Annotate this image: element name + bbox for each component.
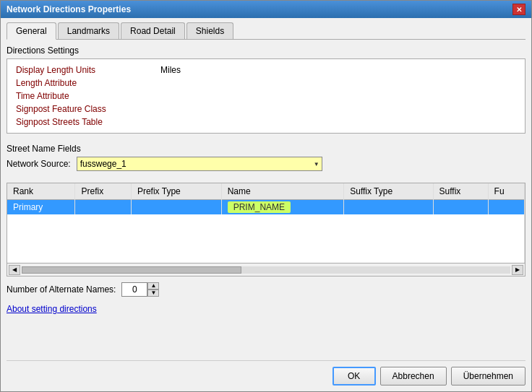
settings-value <box>156 77 520 90</box>
settings-table: Display Length UnitsMilesLength Attribut… <box>12 64 520 129</box>
cell-name: PRIM_NAME <box>221 200 344 214</box>
col-prefix-type: Prefix Type <box>131 183 221 200</box>
settings-key: Signpost Streets Table <box>12 116 156 129</box>
name-table-container: Rank Prefix Prefix Type Name Suffix Type… <box>7 183 525 276</box>
tabs-bar: General Landmarks Road Detail Shields <box>7 22 525 40</box>
street-name-section: Street Name Fields Network Source: fussw… <box>7 144 525 177</box>
table-scroll-area: Rank Prefix Prefix Type Name Suffix Type… <box>7 183 525 263</box>
settings-key: Signpost Feature Class <box>12 103 156 116</box>
settings-value <box>156 90 520 103</box>
col-name: Name <box>221 183 344 200</box>
cell-prefix <box>75 200 131 214</box>
window-title: Network Directions Properties <box>7 4 131 14</box>
alternate-names-input[interactable] <box>121 282 147 297</box>
spinbox-buttons: ▲ ▼ <box>147 282 159 297</box>
prim-name-badge: PRIM_NAME <box>228 201 291 213</box>
tab-shields[interactable]: Shields <box>186 22 233 39</box>
table-row-empty-3[interactable] <box>7 243 525 258</box>
scroll-right-button[interactable]: ▶ <box>512 265 523 275</box>
cell-prefix-type <box>131 200 221 214</box>
close-button[interactable]: ✕ <box>512 4 525 15</box>
horizontal-scrollbar: ◀ ▶ <box>7 263 525 276</box>
ok-button[interactable]: OK <box>332 367 376 386</box>
col-fu: Fu <box>488 183 524 200</box>
cancel-button[interactable]: Abbrechen <box>380 367 447 386</box>
settings-value <box>156 116 520 129</box>
alternate-names-row: Number of Alternate Names: ▲ ▼ <box>7 282 525 297</box>
tab-landmarks[interactable]: Landmarks <box>58 22 119 39</box>
scroll-track[interactable] <box>22 266 510 274</box>
street-name-label: Street Name Fields <box>7 144 525 154</box>
col-rank: Rank <box>7 183 75 200</box>
bottom-buttons: OK Abbrechen Übernehmen <box>7 360 525 386</box>
tab-general[interactable]: General <box>7 22 56 40</box>
table-row-empty-1[interactable] <box>7 214 525 229</box>
main-content: General Landmarks Road Detail Shields Di… <box>1 18 531 391</box>
col-suffix-type: Suffix Type <box>344 183 433 200</box>
col-prefix: Prefix <box>75 183 131 200</box>
settings-key: Time Attribute <box>12 90 156 103</box>
table-row-empty-4[interactable] <box>7 258 525 263</box>
cell-suffix-type <box>344 200 433 214</box>
spinbox: ▲ ▼ <box>121 282 159 297</box>
directions-settings-label: Directions Settings <box>7 45 525 56</box>
settings-key: Length Attribute <box>12 77 156 90</box>
network-source-row: Network Source: fusswege_1 <box>7 157 525 171</box>
settings-value: Miles <box>156 64 520 77</box>
table-row[interactable]: Primary PRIM_NAME <box>7 200 525 214</box>
window: Network Directions Properties ✕ General … <box>0 0 532 392</box>
spinbox-down-button[interactable]: ▼ <box>147 289 159 297</box>
title-bar-controls: ✕ <box>512 4 525 15</box>
apply-button[interactable]: Übernehmen <box>451 367 525 386</box>
table-row-empty-2[interactable] <box>7 229 525 243</box>
settings-row: Display Length UnitsMiles <box>12 64 520 77</box>
settings-value <box>156 103 520 116</box>
tab-road-detail[interactable]: Road Detail <box>121 22 185 39</box>
cell-suffix <box>433 200 488 214</box>
scroll-thumb[interactable] <box>22 266 241 274</box>
settings-row: Signpost Streets Table <box>12 116 520 129</box>
settings-row: Length Attribute <box>12 77 520 90</box>
network-source-select[interactable]: fusswege_1 <box>77 157 322 171</box>
spinbox-up-button[interactable]: ▲ <box>147 282 159 289</box>
network-source-select-wrapper[interactable]: fusswege_1 <box>77 157 322 171</box>
scroll-left-button[interactable]: ◀ <box>9 265 20 275</box>
name-table: Rank Prefix Prefix Type Name Suffix Type… <box>7 183 525 263</box>
title-bar: Network Directions Properties ✕ <box>1 1 531 18</box>
cell-rank: Primary <box>7 200 75 214</box>
settings-key: Display Length Units <box>12 64 156 77</box>
settings-row: Signpost Feature Class <box>12 103 520 116</box>
network-source-label: Network Source: <box>7 159 71 169</box>
cell-fu <box>488 200 524 214</box>
col-suffix: Suffix <box>433 183 488 200</box>
settings-row: Time Attribute <box>12 90 520 103</box>
directions-settings-box: Display Length UnitsMilesLength Attribut… <box>7 58 525 134</box>
about-link[interactable]: About setting directions <box>7 304 525 314</box>
table-header-row: Rank Prefix Prefix Type Name Suffix Type… <box>7 183 525 200</box>
alternate-names-label: Number of Alternate Names: <box>7 284 116 295</box>
